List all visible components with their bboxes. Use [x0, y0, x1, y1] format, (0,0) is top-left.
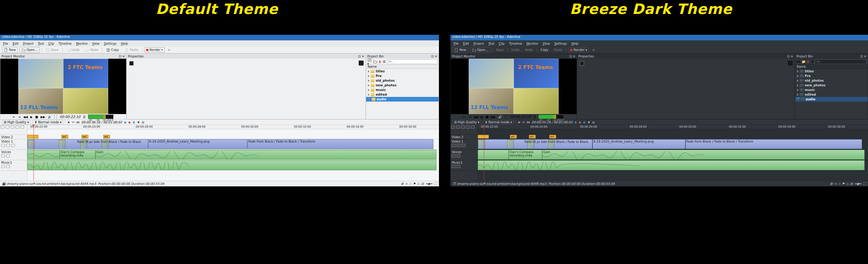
track-header-voices[interactable]: Voices [0, 150, 27, 160]
zone-end-icon[interactable]: ⇥ [468, 115, 471, 118]
bin-column-header[interactable]: Name [795, 64, 868, 69]
track-header-music[interactable]: Music1 [451, 160, 477, 171]
clip-audio[interactable]: Dan's Compass recording.m4a [509, 150, 542, 160]
status-icon[interactable]: ⊞ [830, 182, 832, 185]
clip-title[interactable]: ani [510, 135, 517, 138]
render-button[interactable]: Render ▾ [568, 47, 589, 52]
lock-icon[interactable] [1, 165, 5, 168]
clip-title[interactable]: ani [529, 135, 536, 138]
marker-icon[interactable]: ◆ [124, 121, 126, 124]
timeline-ruler[interactable]: 00:00:22:00 00:00:24:00 00:00:26:00 00:0… [27, 125, 439, 129]
add-folder-button[interactable]: 📁 [802, 60, 805, 63]
status-icon[interactable]: ⎌ [417, 182, 420, 185]
color-swatch-small[interactable] [580, 61, 584, 65]
monitor-timecode[interactable]: 00:00:22:10 [60, 115, 80, 119]
menu-settings[interactable]: Settings [102, 41, 118, 46]
marker-icon[interactable]: ◉ [132, 121, 135, 124]
tl-corner-icon[interactable] [6, 126, 9, 129]
status-icon[interactable]: ⎆ [835, 182, 836, 185]
rewind-button[interactable]: ◀◀ [473, 115, 478, 118]
clip-audio[interactable]: Gain [542, 150, 865, 160]
status-icon[interactable]: ⊟ [421, 182, 424, 185]
mute-icon[interactable] [6, 154, 10, 157]
status-icon[interactable]: ⚑ [413, 182, 416, 185]
marker-icon[interactable]: ◉ [583, 121, 586, 124]
bin-search-input[interactable] [387, 59, 437, 64]
menu-timeline[interactable]: Timeline [507, 41, 524, 46]
tl-corner-icon[interactable] [16, 126, 19, 129]
clip-video[interactable]: Fade t6.pr bde from Black / Fade to Blac… [478, 139, 592, 149]
playhead[interactable] [484, 125, 484, 181]
tl-corner-icon[interactable] [471, 126, 475, 129]
clip-title[interactable]: ani [82, 135, 88, 138]
clip-video[interactable]: 6-19-2020_Andrew_Leary_Meeting.png [148, 139, 247, 149]
speaker-icon[interactable]: 🔊 [48, 115, 52, 118]
timeline-tracks-area[interactable]: 00:00:22:00 00:00:24:00 00:00:26:00 00:0… [27, 125, 439, 181]
pointer-tool[interactable]: ➤ [518, 121, 520, 124]
copy-button[interactable]: Copy [539, 47, 550, 52]
zone-start-icon[interactable]: ⇤ [13, 115, 16, 118]
track-header-video2[interactable]: Video 2 [0, 135, 27, 139]
lock-icon[interactable] [452, 165, 455, 168]
status-icon[interactable]: ⊟ [850, 182, 853, 185]
timeline-tracks-area[interactable]: 00:00:22:00 00:00:24:00 00:00:26:00 00:0… [478, 125, 868, 181]
panel-controls[interactable]: ⊡ ✕ [119, 55, 125, 58]
menu-project[interactable]: Project [471, 41, 486, 46]
hide-icon[interactable] [11, 144, 15, 147]
clip-video[interactable]: Fade from Black / Fade to Black / Transf… [247, 139, 433, 149]
timeline-ruler[interactable]: 00:00:22:00 00:00:24:00 00:00:26:00 00:0… [478, 125, 868, 129]
mute-icon[interactable] [457, 144, 460, 147]
bin-tree[interactable]: titles Pre old_photos new_photos music e… [795, 69, 868, 112]
panel-controls[interactable]: ⊡ ✕ [787, 55, 793, 58]
tag-button[interactable]: ☰ [811, 60, 814, 63]
mute-icon[interactable] [457, 165, 460, 168]
zone-end-icon[interactable]: ⇥ [18, 115, 21, 118]
edit-mode-combo[interactable]: ⬍ Normal mode ▾ [33, 120, 63, 125]
status-icon[interactable]: ⎍ [409, 182, 411, 185]
marker-icon[interactable]: ◆ [575, 121, 577, 124]
lock-icon[interactable] [452, 154, 455, 157]
menu-help[interactable]: Help [119, 41, 130, 46]
color-swatch-big[interactable] [359, 60, 364, 65]
menu-file[interactable]: File [1, 41, 10, 46]
hamburger-icon[interactable]: ☰ [533, 115, 536, 118]
clip-video[interactable]: Fade t6.pr bde from Black / Fade to Blac… [27, 139, 148, 149]
bin-column-header[interactable]: Name [366, 64, 439, 69]
toolbar-overflow[interactable]: » [166, 47, 172, 52]
marker-icon[interactable]: ◆ [128, 121, 131, 124]
delete-clip-button[interactable]: 🗑 [378, 60, 382, 63]
clip-audio[interactable] [27, 150, 60, 160]
fullscreen-icon[interactable]: ⛶ [54, 115, 57, 118]
clip-title[interactable]: ani [103, 135, 110, 138]
menu-timeline[interactable]: Timeline [57, 41, 74, 46]
menu-edit[interactable]: Edit [461, 41, 471, 46]
toolbar-overflow[interactable]: » [591, 47, 596, 52]
favorite-icon[interactable]: ★ [587, 121, 590, 124]
panel-controls[interactable]: ⊡ ✕ [431, 55, 437, 58]
menu-monitor[interactable]: Monitor [74, 41, 90, 46]
clip-video[interactable]: Fade from Black / Fade to Black / Transf… [685, 139, 862, 149]
new-button[interactable]: New [452, 47, 468, 53]
tag-button[interactable]: ☰ [383, 60, 385, 63]
open-button[interactable]: Open... [20, 47, 40, 53]
menu-settings[interactable]: Settings [552, 41, 569, 46]
add-clip-button[interactable]: ▾ [367, 58, 372, 65]
color-swatch-big[interactable] [788, 60, 793, 65]
clip-audio-music[interactable] [27, 160, 436, 170]
timeline-settings-icon[interactable]: ◎ [142, 121, 145, 124]
tl-corner-icon[interactable] [10, 126, 14, 129]
mute-icon[interactable] [6, 165, 10, 168]
status-icon[interactable]: ⊞ [401, 182, 403, 185]
razor-tool[interactable]: ✂ [522, 121, 525, 124]
marker-icon[interactable]: ◆ [579, 121, 581, 124]
open-button[interactable]: Open... [470, 47, 490, 53]
hamburger-icon[interactable]: ☰ [83, 115, 86, 118]
clip-video[interactable]: 6-19-2020_Andrew_Leary_Meeting.png [592, 139, 685, 149]
track-header-video1[interactable]: Video 1 [451, 139, 477, 150]
lock-icon[interactable] [452, 144, 455, 147]
edit-mode-combo[interactable]: ⬍ Normal mode ▾ [483, 120, 514, 125]
clip-title[interactable]: ani [549, 135, 556, 138]
forward-button[interactable]: ▶▶ [41, 115, 45, 118]
monitor-viewport[interactable]: 2 FTC Teams 12 FLL Teams [451, 59, 577, 114]
pointer-tool[interactable]: ➤ [67, 121, 70, 124]
